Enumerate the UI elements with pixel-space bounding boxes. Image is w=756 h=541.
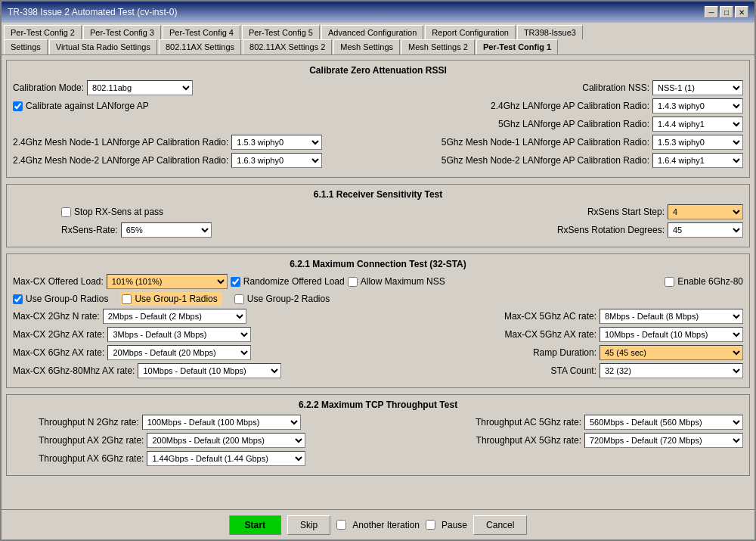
rxsens-rotation-label: RxSens Rotation Degrees: — [557, 225, 665, 235]
throughput-section: 6.2.2 Maximum TCP Throughput Test Throug… — [6, 394, 750, 476]
title-bar-buttons: ─ □ ✕ — [705, 6, 748, 18]
tab-per-test-config-5[interactable]: Per-Test Config 5 — [242, 25, 320, 39]
calibration-mode-label: Calibration Mode: — [13, 82, 84, 93]
title-bar-text: TR-398 Issue 2 Automated Test (cv-inst-0… — [8, 7, 178, 17]
rxsens-rate-select[interactable]: 65% — [121, 222, 212, 238]
throughput-row1: Throughput N 2Ghz rate: 100Mbps - Defaul… — [13, 415, 743, 430]
calibration-mode-select[interactable]: 802.11abg — [87, 80, 193, 95]
cx-2g-ax-select[interactable]: 3Mbps - Default (3 Mbps) — [107, 327, 251, 342]
content-area: Calibrate Zero Attenuation RSSI Calibrat… — [2, 55, 754, 509]
tab-mesh-settings-2[interactable]: Mesh Settings 2 — [401, 39, 475, 54]
title-bar: TR-398 Issue 2 Automated Test (cv-inst-0… — [2, 2, 754, 23]
use-group1-label: Use Group-1 Radios — [132, 293, 220, 305]
tab-mesh-settings[interactable]: Mesh Settings — [333, 39, 400, 54]
start-button[interactable]: Start — [229, 515, 281, 535]
maxcx-row4: Max-CX 2Ghz AX rate: 3Mbps - Default (3 … — [13, 327, 743, 342]
throughput-ax-2g-select[interactable]: 200Mbps - Default (200 Mbps) — [147, 433, 305, 448]
tab-tr398-issue3[interactable]: TR398-Issue3 — [517, 25, 583, 39]
stop-rxsens-checkbox[interactable] — [61, 207, 71, 217]
enable-6ghz-checkbox[interactable] — [665, 277, 674, 287]
throughput-ax-6g-label: Throughput AX 6Ghz rate: — [39, 453, 144, 464]
use-group0-checkbox[interactable] — [13, 294, 23, 304]
throughput-ax-5g-select[interactable]: 720Mbps - Default (720 Mbps) — [584, 433, 743, 448]
tab-80211ax-settings[interactable]: 802.11AX Settings — [159, 39, 241, 54]
maxcx-section: 6.2.1 Maximum Connection Test (32-STA) M… — [6, 253, 750, 388]
stop-rxsens-label: Stop RX-Sens at pass — [74, 207, 163, 217]
maxcx-row1: Max-CX Offered Load: 101% (101%) Randomi… — [13, 274, 743, 289]
skip-button[interactable]: Skip — [287, 515, 330, 535]
cx-2g-n-select[interactable]: 2Mbps - Default (2 Mbps) — [103, 309, 246, 324]
mesh1-24-label: 2.4Ghz Mesh Node-1 LANforge AP Calibrati… — [13, 137, 228, 148]
cx-5g-ax-label: Max-CX 5Ghz AX rate: — [505, 329, 596, 340]
tab-per-test-config-1[interactable]: Per-Test Config 1 — [476, 39, 558, 54]
mesh2-24-select[interactable]: 1.6.3 wiphy0 — [231, 153, 322, 168]
calibrate-lanforge-row: Calibrate against LANforge AP 2.4Ghz LAN… — [13, 98, 743, 113]
receiver-section: 6.1.1 Receiver Sensitivity Test Stop RX-… — [6, 184, 750, 247]
ramp-duration-select[interactable]: 45 (45 sec) — [600, 345, 743, 360]
randomize-label: Randomize Offered Load — [243, 276, 345, 287]
rxsens-start-label: RxSens Start Step: — [587, 207, 665, 217]
rxsens-rotation-select[interactable]: 45 — [668, 222, 743, 238]
cx-6g-ax-label: Max-CX 6Ghz AX rate: — [13, 347, 104, 358]
enable-6ghz-label: Enable 6Ghz-80 — [677, 276, 743, 287]
cx-5g-ac-select[interactable]: 8Mbps - Default (8 Mbps) — [600, 309, 743, 324]
throughput-ac-5g-select[interactable]: 560Mbps - Default (560 Mbps) — [584, 415, 743, 430]
allow-max-nss-checkbox[interactable] — [348, 277, 358, 287]
tab-row-1: Per-Test Config 2 Per-Test Config 3 Per-… — [2, 23, 754, 39]
mesh2-5g-select[interactable]: 1.6.4 wiphy1 — [652, 153, 743, 168]
calibrate-lanforge-checkbox[interactable] — [13, 101, 23, 111]
throughput-ax-5g-label: Throughput AX 5Ghz rate: — [476, 435, 581, 446]
tab-settings[interactable]: Settings — [4, 39, 48, 54]
tab-per-test-config-2[interactable]: Per-Test Config 2 — [4, 25, 82, 39]
pause-label: Pause — [442, 520, 467, 530]
lanforge-24-select[interactable]: 1.4.3 wiphy0 — [652, 98, 743, 113]
cx-2g-ax-label: Max-CX 2Ghz AX rate: — [13, 329, 104, 340]
tab-per-test-config-4[interactable]: Per-Test Config 4 — [163, 25, 240, 39]
use-group1-checkbox[interactable] — [122, 294, 132, 304]
lanforge-5g-label: 5Ghz LANforge AP Calibration Radio: — [498, 119, 649, 129]
cx-6g-ax-select[interactable]: 20Mbps - Default (20 Mbps) — [107, 345, 251, 360]
mesh1-24-select[interactable]: 1.5.3 wiphy0 — [231, 135, 322, 150]
maximize-button[interactable]: □ — [720, 6, 733, 18]
lanforge-5g-select[interactable]: 1.4.4 wiphy1 — [652, 117, 743, 132]
use-group2-checkbox[interactable] — [234, 294, 244, 304]
calibration-nss-select[interactable]: NSS-1 (1) — [652, 80, 743, 95]
mesh2-24-label: 2.4Ghz Mesh Node-2 LANforge AP Calibrati… — [13, 155, 228, 166]
maxcx-row5: Max-CX 6Ghz AX rate: 20Mbps - Default (2… — [13, 345, 743, 360]
another-iteration-checkbox[interactable] — [336, 520, 346, 530]
cx-5g-ac-label: Max-CX 5Ghz AC rate: — [504, 311, 596, 322]
tab-virtual-sta-radio-settings[interactable]: Virtual Sta Radio Settings — [49, 39, 157, 54]
offered-load-label: Max-CX Offered Load: — [13, 276, 104, 287]
rxsens-start-select[interactable]: 4 — [668, 204, 743, 219]
maxcx-row3: Max-CX 2Ghz N rate: 2Mbps - Default (2 M… — [13, 309, 743, 324]
tab-80211ax-settings-2[interactable]: 802.11AX Settings 2 — [243, 39, 332, 54]
tab-advanced-configuration[interactable]: Advanced Configuration — [321, 25, 423, 39]
randomize-checkbox[interactable] — [231, 277, 240, 287]
calibrate-lanforge-label: Calibrate against LANforge AP — [26, 101, 149, 111]
cx-6g-80mhz-label: Max-CX 6Ghz-80Mhz AX rate: — [13, 365, 135, 376]
calibration-nss-label: Calibration NSS: — [582, 82, 649, 93]
mesh1-5g-select[interactable]: 1.5.3 wiphy0 — [652, 135, 743, 150]
tab-report-configuration[interactable]: Report Configuration — [425, 25, 516, 39]
lanforge-24-label: 2.4Ghz LANforge AP Calibration Radio: — [491, 101, 649, 111]
close-button[interactable]: ✕ — [735, 6, 748, 18]
allow-max-nss-label: Allow Maximum NSS — [361, 276, 445, 287]
cx-6g-80mhz-select[interactable]: 10Mbps - Default (10 Mbps) — [138, 363, 281, 378]
bottom-bar: Start Skip Another Iteration Pause Cance… — [2, 509, 754, 539]
cx-5g-ax-select[interactable]: 10Mbps - Default (10 Mbps) — [600, 327, 743, 342]
cancel-button[interactable]: Cancel — [473, 515, 527, 535]
sta-count-select[interactable]: 32 (32) — [600, 363, 743, 378]
mesh2-row: 2.4Ghz Mesh Node-2 LANforge AP Calibrati… — [13, 153, 743, 168]
throughput-title: 6.2.2 Maximum TCP Throughput Test — [13, 400, 743, 410]
throughput-ac-5g-label: Throughput AC 5Ghz rate: — [476, 417, 581, 428]
receiver-title: 6.1.1 Receiver Sensitivity Test — [13, 189, 743, 200]
mesh2-5g-label: 5Ghz Mesh Node-2 LANforge AP Calibration… — [442, 155, 649, 166]
pause-checkbox[interactable] — [426, 520, 435, 530]
throughput-n-2g-label: Throughput N 2Ghz rate: — [39, 417, 139, 428]
offered-load-select[interactable]: 101% (101%) — [107, 274, 228, 289]
throughput-n-2g-select[interactable]: 100Mbps - Default (100 Mbps) — [142, 415, 301, 430]
minimize-button[interactable]: ─ — [705, 6, 718, 18]
throughput-ax-6g-select[interactable]: 1.44Gbps - Default (1.44 Gbps) — [147, 451, 305, 466]
mesh1-5g-label: 5Ghz Mesh Node-1 LANforge AP Calibration… — [442, 137, 649, 148]
tab-per-test-config-3[interactable]: Per-Test Config 3 — [83, 25, 161, 39]
